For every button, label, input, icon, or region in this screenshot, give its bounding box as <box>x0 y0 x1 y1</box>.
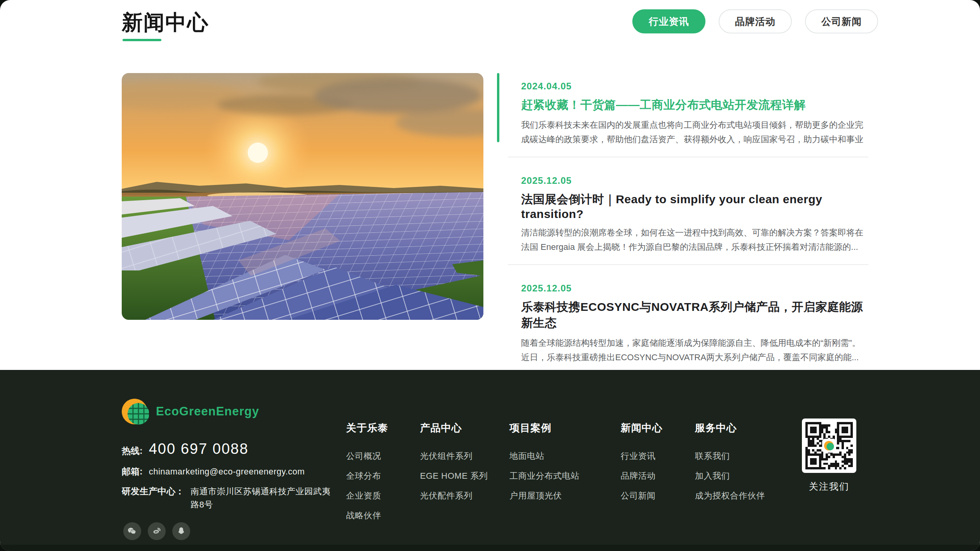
qr-code <box>802 418 856 473</box>
footer-link[interactable]: EGE HOME 系列 <box>420 470 488 482</box>
divider <box>508 157 868 157</box>
footer-column-about: 关于乐泰 公司概况 全球分布 企业资质 战略伙伴 <box>346 421 388 530</box>
footer-logo[interactable]: EcoGreenEnergy <box>122 398 259 425</box>
footer-column-service: 服务中心 联系我们 加入我们 成为授权合作伙伴 <box>695 421 765 510</box>
news-center-page: 新闻中心 行业资讯 品牌活动 公司新闻 <box>0 0 980 551</box>
brand-name: EcoGreenEnergy <box>156 405 259 418</box>
title-underline <box>122 39 161 41</box>
news-excerpt: 清洁能源转型的浪潮席卷全球，如何在这一进程中找到高效、可靠的解决方案？答案即将在… <box>521 225 865 254</box>
news-date: 2025.12.05 <box>521 283 868 294</box>
news-title[interactable]: 法国展会倒计时｜Ready to simplify your clean ene… <box>521 192 868 221</box>
email-label: 邮箱: <box>122 466 143 478</box>
footer-link[interactable]: 成为授权合作伙伴 <box>695 490 765 502</box>
qq-icon <box>176 526 186 536</box>
tab-brand-activities[interactable]: 品牌活动 <box>719 9 792 33</box>
footer-link[interactable]: 行业资讯 <box>621 450 663 462</box>
solar-farm-sunset-illustration <box>122 73 483 320</box>
hotline-row: 热线: 400 697 0088 <box>122 441 248 457</box>
tab-company-news[interactable]: 公司新闻 <box>805 9 878 33</box>
news-category-tabs: 行业资讯 品牌活动 公司新闻 <box>632 9 878 33</box>
wechat-icon <box>127 526 137 536</box>
wechat-button[interactable] <box>123 522 141 540</box>
bottom-strip <box>0 545 980 551</box>
footer-link[interactable]: 加入我们 <box>695 470 765 482</box>
qr-caption: 关注我们 <box>802 480 856 493</box>
hotline-number: 400 697 0088 <box>149 441 248 457</box>
eco-green-energy-logo-icon <box>824 441 834 451</box>
tab-industry-news[interactable]: 行业资讯 <box>632 9 705 33</box>
address-label: 研发生产中心： <box>122 485 184 497</box>
footer-link[interactable]: 战略伙伴 <box>346 510 388 521</box>
email-row: 邮箱: chinamarketing@eco-greenenergy.com <box>122 466 305 478</box>
social-links <box>123 522 190 540</box>
page-title: 新闻中心 <box>122 9 209 37</box>
footer-link[interactable]: 联系我们 <box>695 450 765 462</box>
footer-column-title: 关于乐泰 <box>346 421 388 435</box>
news-title[interactable]: 乐泰科技携ECOSYNC与NOVATRA系列户储产品，开启家庭能源新生态 <box>521 299 868 331</box>
footer-column-title: 产品中心 <box>420 421 488 435</box>
eco-green-energy-logo-icon <box>122 398 149 425</box>
qr-center-logo <box>822 439 836 453</box>
hotline-label: 热线: <box>122 445 143 457</box>
address-text: 南通市崇川区苏锡通科技产业园武夷路8号 <box>191 485 339 511</box>
news-excerpt: 随着全球能源结构转型加速，家庭储能逐渐成为保障能源自主、降低用电成本的“新刚需”… <box>521 336 865 364</box>
email-address[interactable]: chinamarketing@eco-greenenergy.com <box>149 467 305 477</box>
footer-link[interactable]: 公司新闻 <box>621 490 663 502</box>
footer-link[interactable]: 品牌活动 <box>621 470 663 482</box>
news-excerpt: 我们乐泰科技未来在国内的发展重点也将向工商业分布式电站项目倾斜，帮助更多的企业完… <box>521 118 865 146</box>
footer-link[interactable]: 工商业分布式电站 <box>509 470 579 482</box>
news-date: 2025.12.05 <box>521 175 868 186</box>
footer-link[interactable]: 全球分布 <box>346 470 388 482</box>
weibo-button[interactable] <box>148 522 166 540</box>
footer-column-title: 服务中心 <box>695 421 765 435</box>
footer-column-title: 新闻中心 <box>621 421 663 435</box>
footer: EcoGreenEnergy 热线: 400 697 0088 邮箱: chin… <box>0 370 980 551</box>
footer-link[interactable]: 公司概况 <box>346 450 388 462</box>
footer-link[interactable]: 户用屋顶光伏 <box>509 490 579 502</box>
footer-column-title: 项目案例 <box>509 421 579 435</box>
news-item[interactable]: 2025.12.05 法国展会倒计时｜Ready to simplify you… <box>497 167 868 275</box>
footer-link[interactable]: 企业资质 <box>346 490 388 502</box>
featured-news-image[interactable] <box>122 73 483 320</box>
news-title[interactable]: 赶紧收藏！干货篇——工商业分布式电站开发流程详解 <box>521 97 868 113</box>
news-item[interactable]: 2024.04.05 赶紧收藏！干货篇——工商业分布式电站开发流程详解 我们乐泰… <box>497 73 868 167</box>
footer-link[interactable]: 光伏组件系列 <box>420 450 488 462</box>
news-date: 2024.04.05 <box>521 81 868 92</box>
weibo-icon <box>152 526 162 536</box>
footer-link[interactable]: 光伏配件系列 <box>420 490 488 502</box>
address-row: 研发生产中心： 南通市崇川区苏锡通科技产业园武夷路8号 <box>122 485 339 511</box>
news-list: 2024.04.05 赶紧收藏！干货篇——工商业分布式电站开发流程详解 我们乐泰… <box>497 73 868 386</box>
qq-button[interactable] <box>172 522 190 540</box>
footer-link[interactable]: 地面电站 <box>509 450 579 462</box>
footer-column-products: 产品中心 光伏组件系列 EGE HOME 系列 光伏配件系列 <box>420 421 488 510</box>
footer-column-news: 新闻中心 行业资讯 品牌活动 公司新闻 <box>621 421 663 510</box>
footer-column-projects: 项目案例 地面电站 工商业分布式电站 户用屋顶光伏 <box>509 421 579 510</box>
divider <box>508 264 868 265</box>
